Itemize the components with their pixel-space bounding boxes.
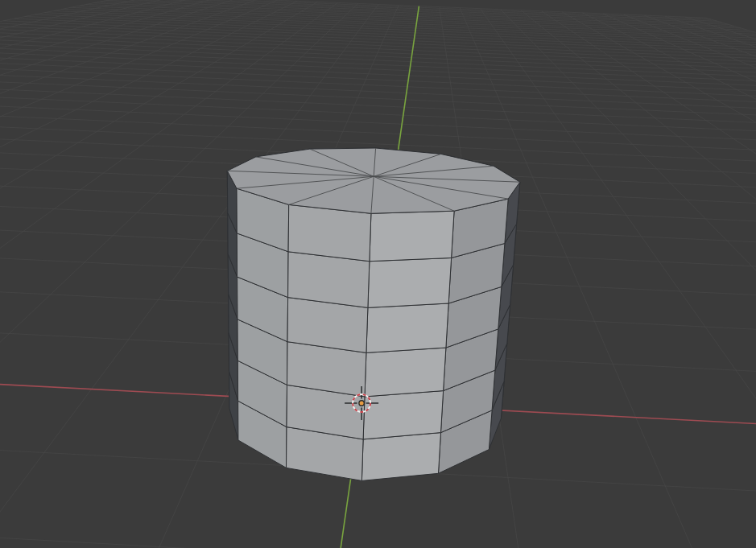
cylinder-face[interactable]: [370, 211, 454, 262]
cursor-center-dot: [359, 401, 364, 406]
viewport-canvas[interactable]: [0, 0, 756, 548]
cylinder-face[interactable]: [365, 348, 446, 397]
cylinder-face[interactable]: [368, 258, 452, 308]
cylinder-face[interactable]: [363, 391, 443, 439]
cylinder-face[interactable]: [366, 303, 448, 352]
viewport-3d[interactable]: [0, 0, 756, 548]
cylinder-face[interactable]: [361, 433, 440, 481]
cylinder-mesh[interactable]: [227, 148, 520, 480]
cylinder-face[interactable]: [288, 204, 371, 261]
